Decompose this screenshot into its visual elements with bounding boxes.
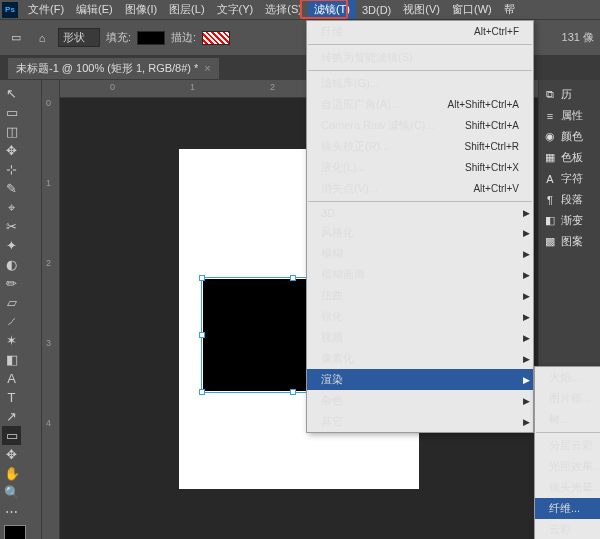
menu-image[interactable]: 图像(I): [119, 0, 163, 19]
submenu-item[interactable]: 光照效果...: [535, 456, 600, 477]
tool-item[interactable]: ⟋: [2, 312, 21, 331]
tool-item[interactable]: ⋯: [2, 502, 21, 521]
menu-item-渲染[interactable]: 渲染▶: [307, 369, 533, 390]
panel-icon: ¶: [543, 193, 557, 207]
menu-item-label: 模糊画廊: [321, 267, 365, 282]
menu-type[interactable]: 文字(Y): [211, 0, 260, 19]
tool-item[interactable]: ✏: [2, 274, 21, 293]
menu-item-其它[interactable]: 其它▶: [307, 411, 533, 432]
submenu-item[interactable]: 纤维...: [535, 498, 600, 519]
menu-item-视频[interactable]: 视频▶: [307, 327, 533, 348]
menu-item-自适应广角A[interactable]: 自适应广角(A)...Alt+Shift+Ctrl+A: [307, 94, 533, 115]
menu-item-锐化[interactable]: 锐化▶: [307, 306, 533, 327]
menu-item-像素化[interactable]: 像素化▶: [307, 348, 533, 369]
tool-item[interactable]: ✎: [2, 179, 21, 198]
menu-item-label: 3D: [321, 207, 335, 219]
submenu-item[interactable]: 镜头光晕...: [535, 477, 600, 498]
tool-item[interactable]: ▱: [2, 293, 21, 312]
panel-collapsed-item[interactable]: ¶段落: [541, 189, 598, 210]
submenu-item[interactable]: 树...: [535, 409, 600, 430]
menu-item-液化L[interactable]: 液化(L)...Shift+Ctrl+X: [307, 157, 533, 178]
tool-item[interactable]: ✦: [2, 236, 21, 255]
panel-label: 段落: [561, 192, 583, 207]
transform-handle[interactable]: [199, 332, 205, 338]
tool-item[interactable]: ▭: [2, 103, 21, 122]
fg-color[interactable]: [4, 525, 26, 539]
tool-item[interactable]: A: [2, 369, 21, 388]
menu-layer[interactable]: 图层(L): [163, 0, 210, 19]
menu-item-纤维[interactable]: 纤维Alt+Ctrl+F: [307, 21, 533, 42]
shape-mode-select[interactable]: 形状: [58, 28, 100, 47]
transform-handle[interactable]: [290, 389, 296, 395]
tool-item[interactable]: ↗: [2, 407, 21, 426]
menu-item-扭曲[interactable]: 扭曲▶: [307, 285, 533, 306]
transform-handle[interactable]: [290, 275, 296, 281]
panel-collapsed-item[interactable]: ▩图案: [541, 231, 598, 252]
tool-item[interactable]: 🔍: [2, 483, 21, 502]
menu-item-CameraRaw滤镜C[interactable]: Camera Raw 滤镜(C)...Shift+Ctrl+A: [307, 115, 533, 136]
tool-preset-icon[interactable]: ▭: [6, 28, 26, 48]
menu-file[interactable]: 文件(F): [22, 0, 70, 19]
tool-item[interactable]: ◧: [2, 350, 21, 369]
panel-icon: ≡: [543, 109, 557, 123]
menu-item-镜头校正R[interactable]: 镜头校正(R)...Shift+Ctrl+R: [307, 136, 533, 157]
tool-item[interactable]: ✶: [2, 331, 21, 350]
document-tab[interactable]: 未标题-1 @ 100% (矩形 1, RGB/8#) * ×: [8, 58, 219, 79]
menu-item-label: 视频: [321, 330, 343, 345]
menu-item-转换为智能滤镜S[interactable]: 转换为智能滤镜(S): [307, 47, 533, 68]
panel-icon: ⧉: [543, 88, 557, 102]
panel-collapsed-item[interactable]: ⧉历: [541, 84, 598, 105]
stroke-swatch[interactable]: [202, 31, 230, 45]
menu-help[interactable]: 帮: [498, 0, 521, 19]
panel-icon: ◧: [543, 214, 557, 228]
menu-view[interactable]: 视图(V): [397, 0, 446, 19]
submenu-item-label: 分层云彩: [549, 438, 593, 453]
tool-item[interactable]: ⊹: [2, 160, 21, 179]
submenu-item[interactable]: 图片框...: [535, 388, 600, 409]
submenu-item[interactable]: 火焰...: [535, 367, 600, 388]
fill-label: 填充:: [106, 30, 131, 45]
submenu-item[interactable]: 云彩: [535, 519, 600, 539]
tool-item[interactable]: ✋: [2, 464, 21, 483]
tool-item[interactable]: ✥: [2, 141, 21, 160]
tool-item[interactable]: ▭: [2, 426, 21, 445]
menu-item-消失点V[interactable]: 消失点(V)...Alt+Ctrl+V: [307, 178, 533, 199]
panel-collapsed-item[interactable]: ≡属性: [541, 105, 598, 126]
menu-item-模糊画廊[interactable]: 模糊画廊▶: [307, 264, 533, 285]
menu-item-模糊[interactable]: 模糊▶: [307, 243, 533, 264]
panel-collapsed-item[interactable]: A字符: [541, 168, 598, 189]
fg-bg-swatch[interactable]: [4, 525, 37, 539]
tool-item[interactable]: ✥: [2, 445, 21, 464]
ruler-mark: 0: [110, 82, 115, 92]
menu-shortcut: Alt+Ctrl+V: [473, 183, 519, 194]
tools-panel: ↖▭◫✥⊹✎⌖✂✦◐✏▱⟋✶◧AT↗▭✥✋🔍⋯: [0, 80, 42, 539]
tool-item[interactable]: ↖: [2, 84, 21, 103]
tool-item[interactable]: ◐: [2, 255, 21, 274]
submenu-item-label: 云彩: [549, 522, 571, 537]
menu-filter[interactable]: 滤镜(T): [308, 0, 356, 19]
submenu-item[interactable]: 分层云彩: [535, 435, 600, 456]
tool-item[interactable]: ◫: [2, 122, 21, 141]
home-icon[interactable]: ⌂: [32, 28, 52, 48]
menu-item-风格化[interactable]: 风格化▶: [307, 222, 533, 243]
menu-item-label: 模糊: [321, 246, 343, 261]
fill-swatch[interactable]: [137, 31, 165, 45]
panel-collapsed-item[interactable]: ▦色板: [541, 147, 598, 168]
menu-edit[interactable]: 编辑(E): [70, 0, 119, 19]
menu-item-杂色[interactable]: 杂色▶: [307, 390, 533, 411]
close-icon[interactable]: ×: [204, 62, 210, 74]
menu-window[interactable]: 窗口(W): [446, 0, 498, 19]
tool-item[interactable]: ✂: [2, 217, 21, 236]
panel-collapsed-item[interactable]: ◉颜色: [541, 126, 598, 147]
menu-item-label: Camera Raw 滤镜(C)...: [321, 118, 435, 133]
menu-item-滤镜库G[interactable]: 滤镜库(G)...: [307, 73, 533, 94]
panel-collapsed-item[interactable]: ◧渐变: [541, 210, 598, 231]
transform-handle[interactable]: [199, 275, 205, 281]
menu-3d[interactable]: 3D(D): [356, 2, 397, 18]
tool-item[interactable]: ⌖: [2, 198, 21, 217]
submenu-item-label: 镜头光晕...: [549, 480, 600, 495]
transform-handle[interactable]: [199, 389, 205, 395]
tool-item[interactable]: T: [2, 388, 21, 407]
menu-select[interactable]: 选择(S): [259, 0, 308, 19]
menu-item-3D[interactable]: 3D▶: [307, 204, 533, 222]
